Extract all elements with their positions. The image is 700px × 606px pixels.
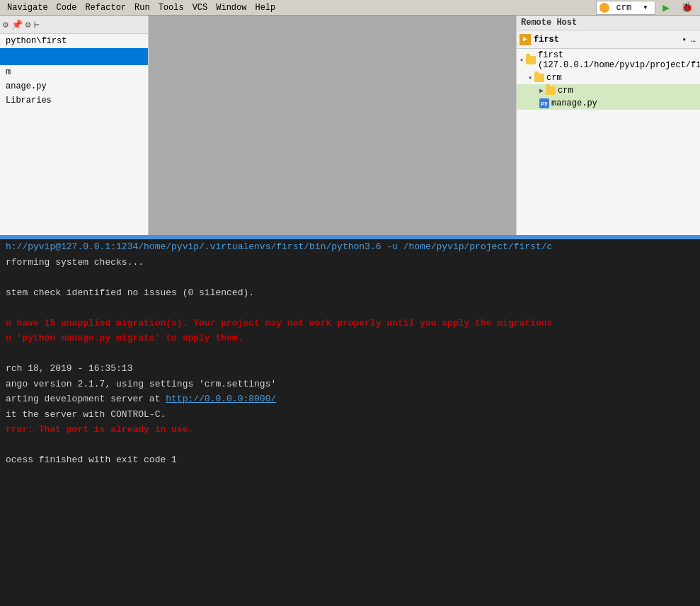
console-line-5: u have 15 unapplied migration(s). Your p… <box>0 316 700 331</box>
remote-project-bar[interactable]: ▶ first ▾ … <box>517 30 700 49</box>
project-icon: ▶ <box>520 34 531 45</box>
settings-icon[interactable]: ⚙ <box>3 19 8 30</box>
file-tree-managepy[interactable]: py manage.py <box>517 97 700 110</box>
left-panel-header: ⚙ 📌 ⚙ ⊢ <box>0 16 148 34</box>
menu-window[interactable]: Window <box>212 3 251 13</box>
console-line-10: arting development server at http://0.0.… <box>0 391 700 407</box>
toolbar-right: crm ▾ ▶ 🐞 <box>596 1 697 15</box>
console-line-3: stem check identified no issues (0 silen… <box>0 285 700 301</box>
file-tree-crm-l2[interactable]: ▶ crm <box>517 84 700 97</box>
editor-area <box>149 16 516 235</box>
menu-bar: Navigate Code Refactor Run Tools VCS Win… <box>0 0 700 16</box>
layout-icon[interactable]: ⊢ <box>34 19 40 30</box>
console-line-1: rforming system checks... <box>0 255 700 270</box>
path-item[interactable]: python\first <box>0 34 148 48</box>
main-area: ⚙ 📌 ⚙ ⊢ python\first m anage.py Librarie… <box>0 16 700 606</box>
managepy-label: manage.py <box>551 98 597 108</box>
root-folder-icon <box>526 56 536 64</box>
crm-l2-expand-arrow[interactable]: ▶ <box>539 86 544 95</box>
crm-label: crm <box>612 3 636 13</box>
crm-l1-expand-arrow[interactable]: ▾ <box>528 74 532 82</box>
menu-vcs[interactable]: VCS <box>188 3 212 13</box>
menu-navigate[interactable]: Navigate <box>3 3 52 13</box>
menu-tools[interactable]: Tools <box>154 3 188 13</box>
right-panel: Remote Host ▶ first ▾ … ▾ first (127.0.0… <box>516 16 700 235</box>
console-line-8: rch 18, 2019 - 16:35:13 <box>0 361 700 377</box>
console-line-14: ocess finished with exit code 1 <box>0 452 700 468</box>
menu-code[interactable]: Code <box>52 3 81 13</box>
managepy-icon: py <box>539 98 549 108</box>
console-line-11: it the server with CONTROL-C. <box>0 407 700 423</box>
root-label: first (127.0.0.1/home/pyvip/project/firs… <box>538 50 700 70</box>
root-expand-arrow[interactable]: ▾ <box>520 56 524 64</box>
menu-run[interactable]: Run <box>130 3 154 13</box>
left-panel: ⚙ 📌 ⚙ ⊢ python\first m anage.py Librarie… <box>0 16 149 235</box>
debug-button[interactable]: 🐞 <box>677 1 697 13</box>
menu-help[interactable]: Help <box>251 3 280 13</box>
crm-dropdown-arrow[interactable]: ▾ <box>638 2 652 13</box>
server-link[interactable]: http://0.0.0.0:8000/ <box>166 394 276 404</box>
console-line-13 <box>0 438 700 453</box>
console-content[interactable]: h://pyvip@127.0.0.1:1234/home/pyvip/.vir… <box>0 239 700 606</box>
tree-managepy-item[interactable]: anage.py <box>0 79 148 93</box>
project-dropdown-arrow[interactable]: ▾ <box>682 35 687 44</box>
pin-icon[interactable]: 📌 <box>11 19 23 30</box>
crm-l2-label: crm <box>558 86 573 96</box>
project-name: first <box>534 35 679 45</box>
file-tree-root[interactable]: ▾ first (127.0.0.1/home/pyvip/project/fi… <box>517 49 700 72</box>
crm-l1-folder-icon <box>534 74 544 82</box>
crm-l1-label: crm <box>546 73 562 83</box>
file-tree-crm-l1[interactable]: ▾ crm <box>517 72 700 84</box>
tree-selected-item[interactable] <box>0 48 148 65</box>
menu-refactor[interactable]: Refactor <box>81 3 130 13</box>
console-line-6: n 'python manage.py migrate' to apply th… <box>0 331 700 346</box>
crm-icon <box>599 3 609 13</box>
project-ellipsis-btn[interactable]: … <box>689 35 697 45</box>
tree-libraries-item[interactable]: Libraries <box>0 93 148 108</box>
console-line-4 <box>0 300 700 316</box>
remote-host-header: Remote Host <box>517 16 700 30</box>
content-row: ⚙ 📌 ⚙ ⊢ python\first m anage.py Librarie… <box>0 16 700 235</box>
console-wrapper: h://pyvip@127.0.0.1:1234/home/pyvip/.vir… <box>0 235 700 606</box>
console-line-12: rror: That port is already in use. <box>0 422 700 438</box>
console-line-7 <box>0 346 700 362</box>
console-line-2 <box>0 270 700 285</box>
run-button[interactable]: ▶ <box>658 1 674 15</box>
gear2-icon[interactable]: ⚙ <box>25 19 31 30</box>
crm-dropdown[interactable]: crm ▾ <box>596 1 656 15</box>
file-tree: ▾ first (127.0.0.1/home/pyvip/project/fi… <box>517 49 700 235</box>
console-line-9: ango version 2.1.7, using settings 'crm.… <box>0 377 700 392</box>
console-line-0: h://pyvip@127.0.0.1:1234/home/pyvip/.vir… <box>0 239 700 255</box>
crm-l2-folder-icon <box>546 86 556 95</box>
tree-m-item[interactable]: m <box>0 65 148 79</box>
